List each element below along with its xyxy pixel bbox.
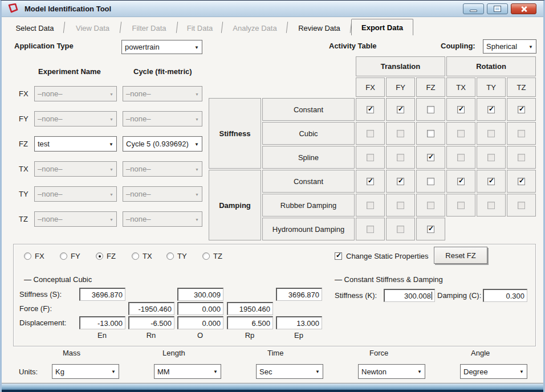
col-label-o: O — [177, 331, 223, 340]
displacement-en-field[interactable]: -13.000 — [79, 316, 125, 329]
experiment-row-fz: FZ test▼ Cycle 5 (0.939692)▼ — [2, 136, 207, 152]
checkbox — [397, 130, 404, 137]
displacement-ep-field[interactable]: 13.000 — [276, 316, 322, 329]
checkbox — [457, 154, 465, 161]
dof-label-tz: TZ — [19, 215, 28, 223]
dof-label-fx: FX — [19, 89, 29, 98]
activity-checkbox-cell[interactable] — [416, 98, 445, 121]
displacement-rp-field[interactable]: 6.500 — [227, 316, 273, 329]
window-controls — [463, 3, 536, 14]
dof-radio-tx[interactable]: TX — [132, 252, 152, 260]
activity-checkbox-cell[interactable] — [446, 170, 475, 193]
column-header-fz: FZ — [416, 77, 445, 97]
activity-checkbox-cell[interactable] — [416, 146, 445, 169]
application-type-select[interactable]: powertrain▼ — [121, 40, 202, 54]
dof-radio-ty[interactable]: TY — [166, 252, 187, 260]
force-unit-select[interactable]: Newton▼ — [358, 364, 425, 379]
checkbox — [397, 178, 404, 185]
translation-header: Translation — [356, 56, 445, 76]
dof-radio-fz[interactable]: FZ — [96, 252, 116, 260]
checkbox — [397, 106, 404, 113]
time-unit-select[interactable]: Sec▼ — [256, 364, 323, 379]
force-o-field[interactable]: 0.000 — [177, 302, 223, 315]
checkbox — [457, 106, 465, 113]
row-label: Hydromount Damping — [262, 218, 355, 240]
tab-bar: Select Data View Data Filter Data Fit Da… — [2, 17, 543, 35]
checkbox — [335, 252, 342, 260]
reset-fz-button[interactable]: Reset FZ — [434, 247, 487, 264]
column-header-ty: TY — [477, 77, 506, 97]
stiffness-ep-field[interactable]: 3696.870 — [276, 288, 322, 301]
activity-checkbox-cell[interactable] — [477, 98, 506, 121]
activity-checkbox-cell[interactable] — [507, 98, 536, 121]
checkbox — [457, 130, 465, 137]
constant-sd-title: — Constant Stiffness & Damping — [335, 275, 443, 284]
damping-c-field[interactable]: 0.300 — [483, 289, 527, 302]
close-button[interactable] — [511, 3, 536, 14]
damping-group-label: Damping — [209, 170, 261, 240]
column-header-fy: FY — [386, 77, 415, 97]
stiffness-k-field[interactable]: 300.008 — [384, 289, 435, 302]
dropdown-arrow-icon: ▼ — [195, 117, 199, 121]
dropdown-arrow-icon: ▼ — [213, 369, 218, 374]
activity-checkbox-cell[interactable] — [386, 98, 415, 121]
activity-checkbox-cell[interactable] — [477, 170, 506, 193]
minimize-button[interactable] — [463, 3, 484, 14]
experiment-row-fy: FY –none–▼ –none–▼ — [2, 111, 207, 126]
displacement-rn-field[interactable]: -6.500 — [128, 316, 174, 329]
dof-radio-tz[interactable]: TZ — [202, 252, 222, 260]
cycle-select-fy: –none–▼ — [123, 111, 202, 126]
row-label: Cubic — [262, 122, 355, 145]
checkbox — [427, 178, 434, 185]
mass-header: Mass — [63, 349, 80, 357]
dof-radio-fx[interactable]: FX — [24, 252, 44, 260]
activity-checkbox-cell[interactable] — [416, 170, 445, 193]
dropdown-arrow-icon: ▼ — [109, 192, 113, 196]
checkbox — [427, 106, 434, 113]
activity-checkbox-cell[interactable] — [356, 170, 385, 193]
radio-icon — [96, 252, 103, 260]
cycle-select-ty: –none–▼ — [123, 186, 202, 202]
activity-checkbox-cell[interactable] — [446, 98, 475, 121]
experiment-select-fz[interactable]: test▼ — [34, 136, 117, 152]
window-bottom-edge — [2, 383, 543, 392]
tab-select-data[interactable]: Select Data — [5, 21, 64, 35]
activity-checkbox-cell[interactable] — [507, 170, 536, 193]
angle-unit-select[interactable]: Degree▼ — [460, 364, 527, 379]
activity-table: Translation Rotation FX FY FZ TX TY TZ S… — [209, 56, 536, 240]
dropdown-arrow-icon: ▼ — [195, 167, 199, 171]
change-static-properties-checkbox[interactable]: Change Static Properties — [335, 252, 429, 260]
dof-radio-fy[interactable]: FY — [60, 252, 80, 260]
experiment-row-tz: TZ –none–▼ –none–▼ — [2, 211, 207, 227]
app-window: Model Identification Tool Select Data Vi… — [0, 0, 545, 392]
activity-checkbox-cell[interactable] — [356, 98, 385, 121]
column-header-tz: TZ — [507, 77, 536, 97]
activity-checkbox-cell — [446, 146, 475, 169]
col-label-rn: Rn — [128, 331, 174, 340]
maximize-button[interactable] — [487, 3, 508, 14]
activity-checkbox-cell[interactable] — [386, 170, 415, 193]
length-unit-select[interactable]: MM▼ — [154, 364, 221, 379]
tab-export-data[interactable]: Export Data — [351, 19, 413, 35]
title-bar[interactable]: Model Identification Tool — [2, 1, 543, 17]
activity-checkbox-cell — [356, 146, 385, 169]
tab-review-data[interactable]: Review Data — [287, 21, 351, 35]
radio-icon — [24, 252, 31, 260]
displacement-o-field[interactable]: 0.000 — [177, 316, 223, 329]
activity-checkbox-cell — [477, 146, 506, 169]
experiment-row-tx: TX –none–▼ –none–▼ — [2, 161, 207, 177]
cycle-select-fz[interactable]: Cycle 5 (0.939692)▼ — [123, 136, 202, 152]
activity-checkbox-cell[interactable] — [416, 122, 445, 145]
activity-checkbox-cell — [416, 194, 445, 217]
coupling-select[interactable]: Spherical▼ — [483, 39, 536, 54]
tab-analyze-data: Analyze Data — [222, 21, 287, 35]
checkbox — [487, 106, 495, 113]
force-rn-field[interactable]: -1950.460 — [128, 302, 174, 315]
force-rp-field[interactable]: 1950.460 — [227, 302, 273, 315]
stiffness-o-field[interactable]: 300.009 — [177, 288, 223, 301]
checkbox — [397, 202, 404, 209]
mass-unit-select[interactable]: Kg▼ — [52, 364, 119, 379]
checkbox — [367, 106, 374, 113]
activity-checkbox-cell[interactable] — [416, 218, 445, 240]
stiffness-en-field[interactable]: 3696.870 — [79, 288, 125, 301]
